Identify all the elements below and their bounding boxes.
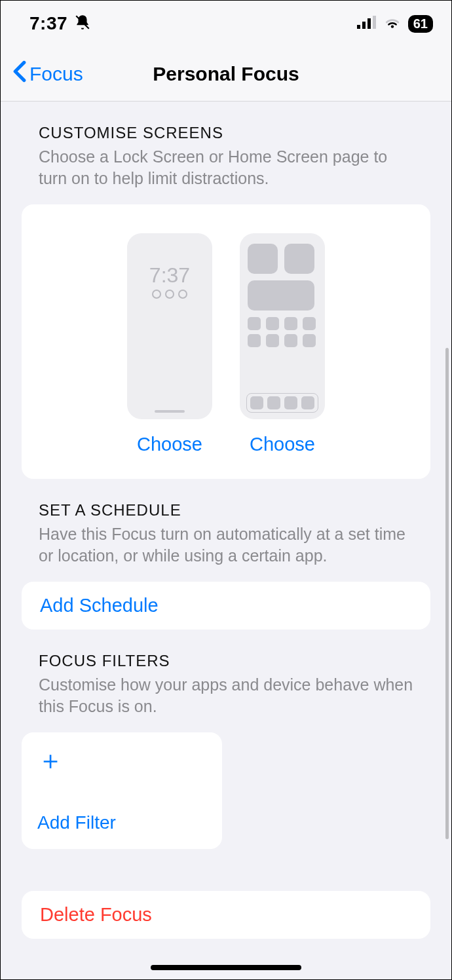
chevron-left-icon [12,60,27,87]
content[interactable]: CUSTOMISE SCREENS Choose a Lock Screen o… [1,102,451,965]
section-header-filters: FOCUS FILTERS Customise how your apps an… [1,630,451,723]
cellular-icon [357,16,377,31]
add-schedule-row[interactable]: Add Schedule [22,582,430,630]
back-button[interactable]: Focus [1,60,83,87]
silent-icon [74,14,91,33]
svg-rect-3 [367,18,371,29]
back-label: Focus [29,63,83,85]
home-screen-preview [240,233,325,419]
lock-screen-option[interactable]: 7:37 Choose [127,233,212,455]
nav-bar: Focus Personal Focus [1,47,451,102]
filters-title: FOCUS FILTERS [39,652,413,670]
delete-focus-row[interactable]: Delete Focus [22,891,430,939]
customise-screens-card: 7:37 Choose Choose [22,204,430,479]
svg-rect-1 [357,25,360,29]
battery-icon: 61 [408,15,433,33]
section-header-schedule: SET A SCHEDULE Have this Focus turn on a… [1,479,451,573]
add-filter-card[interactable]: ＋ Add Filter [22,732,222,849]
section-header-customise: CUSTOMISE SCREENS Choose a Lock Screen o… [1,102,451,195]
settings-personal-focus-screen: 7:37 61 Focus Personal Focus CUST [0,0,452,980]
schedule-title: SET A SCHEDULE [39,501,413,519]
lock-preview-dots [127,290,212,299]
lock-screen-preview: 7:37 [127,233,212,419]
add-filter-label: Add Filter [37,812,206,833]
delete-focus-label: Delete Focus [40,904,152,925]
wifi-icon [383,15,402,32]
choose-home-button[interactable]: Choose [250,434,315,455]
plus-icon: ＋ [37,747,206,773]
home-screen-option[interactable]: Choose [240,233,325,455]
choose-lock-button[interactable]: Choose [137,434,202,455]
svg-rect-2 [362,22,366,29]
status-time: 7:37 [29,13,67,34]
scroll-indicator[interactable] [445,348,449,839]
schedule-desc: Have this Focus turn on automatically at… [39,523,413,566]
add-schedule-label: Add Schedule [40,595,159,616]
status-bar: 7:37 61 [1,1,451,47]
filters-desc: Customise how your apps and device behav… [39,674,413,717]
customise-title: CUSTOMISE SCREENS [39,124,413,142]
home-indicator[interactable] [151,965,301,970]
battery-level: 61 [413,16,428,31]
svg-rect-4 [373,16,376,29]
lock-preview-time: 7:37 [127,263,212,288]
customise-desc: Choose a Lock Screen or Home Screen page… [39,146,413,189]
